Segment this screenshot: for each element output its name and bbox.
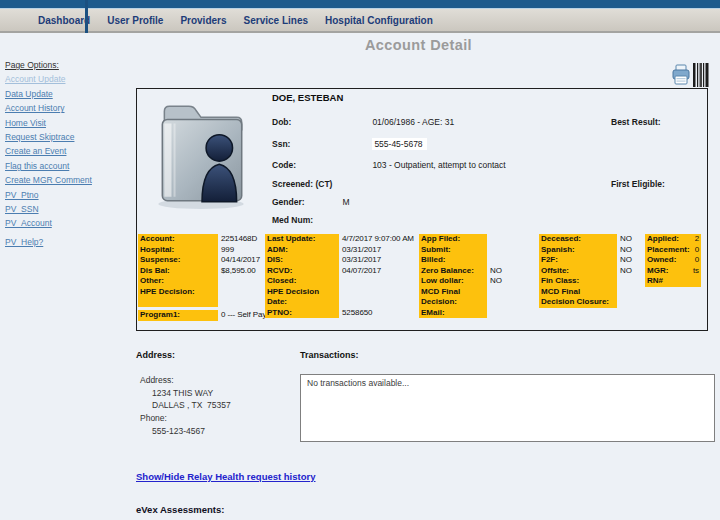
- grid-value: 4/7/2017 9:07:00 AM: [339, 234, 414, 245]
- grid-row: PTNO:5258650: [265, 308, 414, 319]
- main-nav: Dashboard User Profile Providers Service…: [0, 9, 720, 33]
- grid-label: MCD Final Decision Closure:: [539, 287, 617, 308]
- print-icon[interactable]: [671, 64, 691, 90]
- grid-row: HPE Decision:: [138, 287, 266, 298]
- top-banner: [0, 0, 720, 9]
- grid-col-2: Last Update:4/7/2017 9:07:00 AM ADM:03/3…: [265, 234, 414, 318]
- sidebar: Page Options: Account Update Data Update…: [5, 58, 92, 249]
- grid-row: Last Update:4/7/2017 9:07:00 AM: [265, 234, 414, 245]
- grid-row: Fin Class:: [539, 276, 632, 287]
- grid-row: Suspense:04/14/2017: [138, 255, 266, 266]
- sidebar-link-pv-ssn[interactable]: PV_SSN: [5, 202, 92, 216]
- grid-label: HPE Decision:: [138, 287, 218, 298]
- page-title: Account Detail: [130, 37, 707, 53]
- grid-row: Applied:2: [645, 234, 701, 245]
- gender-label: Gender:: [272, 197, 340, 207]
- grid-value: 0 --- Self Pay: [218, 310, 266, 321]
- grid-row-program: Program1:0 --- Self Pay: [138, 310, 266, 321]
- grid-row: MCD Final Decision Closure:: [539, 287, 632, 308]
- grid-label: Offsite:: [539, 266, 617, 277]
- grid-row: App Filed:: [419, 234, 502, 245]
- grid-row: RN#: [645, 276, 701, 287]
- grid-row: Zero Balance:NO: [419, 266, 502, 277]
- street-line: 1234 THIS WAY: [140, 387, 231, 400]
- nav-item-service-lines[interactable]: Service Lines: [244, 15, 308, 26]
- grid-value: NO: [617, 255, 632, 266]
- grid-value: NO: [617, 245, 632, 256]
- grid-label: Last Update:: [265, 234, 339, 245]
- evex-assessments-header: eVex Assessments:: [136, 504, 224, 515]
- grid-value: $8,595.00: [218, 266, 256, 277]
- sidebar-link-request-skiptrace[interactable]: Request Skiptrace: [5, 130, 92, 144]
- account-detail-screen: Dashboard User Profile Providers Service…: [0, 0, 720, 520]
- grid-label: Other:: [138, 276, 218, 287]
- grid-row: Offsite:NO: [539, 266, 632, 277]
- sidebar-link-create-an-event[interactable]: Create an Event: [5, 144, 92, 158]
- code-value: 103 - Outpatient, attempt to contact: [372, 160, 505, 170]
- grid-label: DIS:: [265, 255, 339, 266]
- grid-label: MGR:: [647, 266, 668, 277]
- grid-row: Dis Bal:$8,595.00: [138, 266, 266, 277]
- phone-value: 555-123-4567: [140, 425, 231, 438]
- sidebar-link-account-history[interactable]: Account History: [5, 101, 92, 115]
- transactions-empty-text: No transactions available...: [301, 375, 714, 391]
- sidebar-link-create-mgr-comment[interactable]: Create MGR Comment: [5, 173, 92, 187]
- grid-row: Account:2251468D: [138, 234, 266, 245]
- grid-value: 04/07/2017: [339, 266, 381, 277]
- city-line: DALLAS , TX 75357: [140, 399, 231, 412]
- grid-label: EMail:: [419, 308, 487, 319]
- first-eligible-label: First Eligible:: [611, 179, 665, 189]
- sidebar-link-pv-account[interactable]: PV_Account: [5, 216, 92, 230]
- grid-row: ADM:03/31/2017: [265, 245, 414, 256]
- nav-item-hospital-configuration[interactable]: Hospital Configuration: [325, 15, 433, 26]
- patient-name: DOE, ESTEBAN: [272, 92, 343, 103]
- grid-value: 0: [695, 255, 699, 266]
- grid-label: Billed:: [419, 255, 487, 266]
- sidebar-link-pv-ptno[interactable]: PV_Ptno: [5, 188, 92, 202]
- grid-row: Low dollar:NO: [419, 276, 502, 287]
- grid-row: Placement:0: [645, 245, 701, 256]
- relay-health-link[interactable]: Show/Hide Relay Health request history: [136, 471, 316, 482]
- nav-item-dashboard[interactable]: Dashboard: [38, 15, 90, 26]
- grid-label: HPE Decision Date:: [265, 287, 339, 308]
- grid-col-4: Deceased:NO Spanish:NO F2F:NO Offsite:NO…: [539, 234, 632, 308]
- grid-label: Suspense:: [138, 255, 218, 266]
- grid-label: Zero Balance:: [419, 266, 487, 277]
- dob-label: Dob:: [272, 117, 370, 127]
- grid-row: HPE Decision Date:: [265, 287, 414, 308]
- sidebar-link-account-update[interactable]: Account Update: [5, 72, 92, 86]
- sidebar-link-flag-this-account[interactable]: Flag this account: [5, 159, 92, 173]
- grid-label: Placement:: [647, 245, 690, 256]
- grid-label: Account:: [138, 234, 218, 245]
- grid-value: NO: [617, 234, 632, 245]
- grid-label: Spanish:: [539, 245, 617, 256]
- grid-row: MGR:ts: [645, 266, 701, 277]
- grid-label: Dis Bal:: [138, 266, 218, 277]
- grid-row: Owned:0: [645, 255, 701, 266]
- sidebar-link-pv-help[interactable]: PV_Help?: [5, 235, 92, 249]
- transactions-box[interactable]: No transactions available...: [300, 374, 715, 442]
- barcode-icon[interactable]: [693, 63, 710, 91]
- address-header: Address:: [136, 350, 175, 360]
- grid-value: 2: [695, 234, 699, 245]
- code-label: Code:: [272, 160, 370, 170]
- grid-label: RN#: [647, 276, 663, 287]
- grid-row: EMail:: [419, 308, 502, 319]
- grid-label: Low dollar:: [419, 276, 487, 287]
- grid-value: 2251468D: [218, 234, 257, 245]
- grid-col-1: Account:2251468D Hospital:999 Suspense:0…: [138, 234, 266, 321]
- grid-row: Deceased:NO: [539, 234, 632, 245]
- phone-label: Phone:: [140, 412, 231, 425]
- sidebar-link-data-update[interactable]: Data Update: [5, 87, 92, 101]
- sidebar-link-home-visit[interactable]: Home Visit: [5, 116, 92, 130]
- grid-label: Applied:: [647, 234, 679, 245]
- nav-separator: [85, 0, 88, 33]
- nav-item-user-profile[interactable]: User Profile: [107, 15, 163, 26]
- grid-row: RCVD:04/07/2017: [265, 266, 414, 277]
- address-block: Address: 1234 THIS WAY DALLAS , TX 75357…: [140, 374, 231, 438]
- ssn-value: 555-45-5678: [372, 138, 426, 150]
- grid-row: MCD Final Decision:: [419, 287, 502, 308]
- transactions-header: Transactions:: [300, 350, 359, 360]
- nav-item-providers[interactable]: Providers: [180, 15, 226, 26]
- grid-row: Other:: [138, 276, 266, 287]
